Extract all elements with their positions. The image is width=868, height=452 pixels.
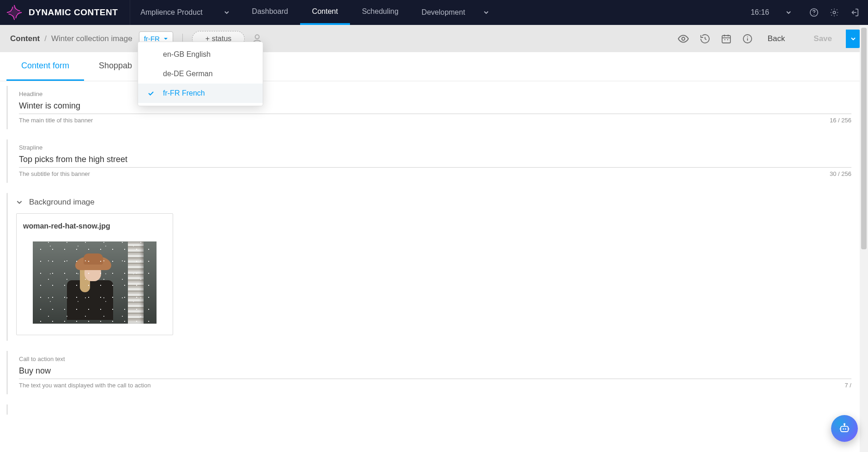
- env-dropdown[interactable]: Development: [410, 0, 500, 25]
- svg-point-9: [843, 428, 844, 430]
- main-nav: Dashboard Content Scheduling: [240, 0, 411, 25]
- field-strapline: Strapline The subtitle for this banner 3…: [6, 139, 851, 183]
- image-thumbnail: [33, 241, 157, 324]
- app-name: DYNAMIC CONTENT: [29, 7, 118, 18]
- field-help: The main title of this banner: [19, 117, 93, 124]
- field-counter: 30 / 256: [830, 170, 851, 177]
- next-section-stub: [6, 404, 851, 415]
- field-help: The text you want displayed with the cal…: [19, 382, 151, 389]
- breadcrumb-leaf: Winter collection image: [51, 34, 133, 43]
- svg-point-3: [255, 35, 259, 39]
- strapline-input[interactable]: [19, 152, 851, 168]
- subbar: Content / Winter collection image fr-FR …: [0, 25, 868, 53]
- chevron-down-icon: [16, 199, 23, 205]
- org-dropdown[interactable]: Amplience Product: [130, 0, 240, 25]
- field-counter: 16 / 256: [830, 117, 851, 124]
- back-button[interactable]: Back: [768, 34, 785, 43]
- locale-option-label: de-DE German: [163, 70, 213, 78]
- tab-content-form[interactable]: Content form: [6, 52, 84, 81]
- svg-rect-5: [722, 36, 730, 43]
- svg-rect-8: [841, 426, 848, 432]
- image-card[interactable]: woman-red-hat-snow.jpg: [16, 213, 173, 335]
- field-headline: Headline The main title of this banner 1…: [6, 86, 851, 129]
- svg-point-2: [833, 11, 836, 14]
- svg-point-11: [844, 424, 845, 425]
- info-icon[interactable]: [742, 33, 753, 44]
- chat-fab[interactable]: [831, 415, 858, 442]
- thumb-wrap: [23, 241, 166, 324]
- section-toggle-background-image[interactable]: Background image: [16, 198, 851, 207]
- nav-content[interactable]: Content: [300, 0, 350, 25]
- nav-dashboard[interactable]: Dashboard: [240, 0, 300, 25]
- topbar: DYNAMIC CONTENT Amplience Product Dashbo…: [0, 0, 868, 25]
- chevron-down-icon: [224, 10, 229, 15]
- breadcrumb-sep: /: [44, 34, 47, 43]
- clock-dropdown[interactable]: 16:16: [741, 0, 801, 25]
- breadcrumb-root[interactable]: Content: [10, 34, 40, 43]
- logo-cell: DYNAMIC CONTENT: [0, 0, 130, 25]
- chevron-down-icon: [786, 10, 791, 15]
- logout-icon[interactable]: [850, 7, 860, 18]
- locale-dropdown: en-GB English de-DE German fr-FR French: [138, 42, 263, 106]
- clock-time: 16:16: [751, 8, 769, 17]
- scrollbar[interactable]: [860, 25, 868, 452]
- field-help: The subtitle for this banner: [19, 170, 90, 177]
- cta-text-input[interactable]: [19, 363, 851, 379]
- env-label: Development: [422, 8, 465, 17]
- subbar-icon-group: [677, 33, 753, 45]
- topbar-icon-group: [801, 0, 868, 25]
- locale-option-label: fr-FR French: [163, 89, 205, 97]
- locale-option-en-gb[interactable]: en-GB English: [138, 45, 263, 64]
- field-counter: 7 /: [845, 382, 851, 389]
- svg-point-7: [747, 36, 748, 37]
- field-label: Call to action text: [19, 356, 851, 362]
- save-button-group: Save: [800, 30, 861, 48]
- form-body: Headline The main title of this banner 1…: [0, 81, 868, 452]
- locale-option-fr-fr[interactable]: fr-FR French: [138, 84, 263, 103]
- svg-point-4: [681, 37, 685, 40]
- bot-icon: [838, 422, 851, 435]
- chevron-down-icon: [483, 10, 489, 15]
- nav-scheduling[interactable]: Scheduling: [350, 0, 410, 25]
- org-label: Amplience Product: [140, 8, 202, 17]
- caret-down-icon: [163, 36, 168, 41]
- image-filename: woman-red-hat-snow.jpg: [23, 222, 166, 230]
- help-icon[interactable]: [809, 7, 819, 18]
- scrollbar-thumb[interactable]: [861, 28, 867, 249]
- calendar-icon[interactable]: [721, 33, 732, 44]
- locale-option-de-de[interactable]: de-DE German: [138, 64, 263, 84]
- field-background-image: Background image woman-red-hat-snow.jpg: [6, 193, 851, 341]
- svg-point-1: [814, 14, 814, 15]
- logo-icon: [6, 5, 22, 20]
- breadcrumb: Content / Winter collection image: [10, 34, 133, 43]
- locale-option-label: en-GB English: [163, 50, 211, 59]
- gear-icon[interactable]: [829, 7, 839, 18]
- save-button[interactable]: Save: [800, 30, 846, 48]
- tabs-row: Content form Shoppab en-GB English de-DE…: [0, 53, 868, 81]
- preview-icon[interactable]: [677, 33, 689, 45]
- save-options-button[interactable]: [846, 30, 861, 48]
- caret-down-icon: [850, 36, 856, 42]
- svg-point-10: [845, 428, 846, 430]
- field-cta-text: Call to action text The text you want di…: [6, 351, 851, 394]
- check-icon: [147, 90, 156, 97]
- section-label: Background image: [29, 198, 95, 207]
- field-label: Strapline: [19, 144, 851, 151]
- history-icon[interactable]: [699, 33, 711, 44]
